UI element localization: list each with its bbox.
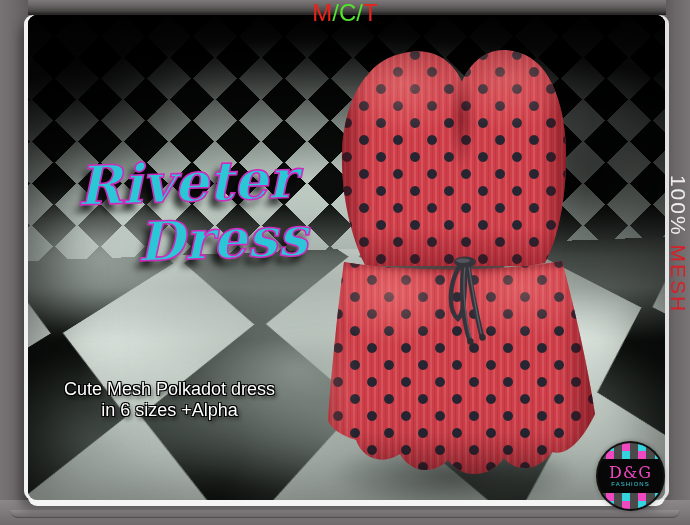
- frame-left-edge: [0, 0, 28, 525]
- logo-brand-text: D&G: [609, 464, 652, 481]
- mesh-percent: 100%: [667, 175, 690, 237]
- description-line1: Cute Mesh Polkadot dress: [64, 379, 275, 399]
- perm-seg-0: M: [312, 0, 332, 26]
- perm-seg-3: /: [356, 0, 363, 26]
- perm-seg-1: /: [332, 0, 339, 26]
- description-line2: in 6 sizes +Alpha: [101, 400, 238, 420]
- product-ad-image: Riveter Dress Cute Mesh Polkadot dress i…: [0, 0, 690, 525]
- mesh-badge-text: 100% MESH: [666, 175, 690, 313]
- frame-groove: [10, 510, 680, 518]
- logo-center: D&G FASHIONS: [598, 459, 663, 493]
- mesh-word: MESH: [667, 244, 690, 313]
- perm-seg-4: T: [363, 0, 378, 26]
- logo-subtitle-text: FASHIONS: [611, 481, 649, 488]
- scene: Riveter Dress Cute Mesh Polkadot dress i…: [28, 15, 665, 500]
- perm-seg-2: C: [339, 0, 356, 26]
- permissions-label: M/C/T: [0, 0, 690, 25]
- brand-logo: D&G FASHIONS: [598, 443, 663, 509]
- logo-checker-row: [598, 451, 663, 459]
- product-title: Riveter Dress: [76, 147, 308, 275]
- product-description: Cute Mesh Polkadot dress in 6 sizes +Alp…: [62, 379, 277, 421]
